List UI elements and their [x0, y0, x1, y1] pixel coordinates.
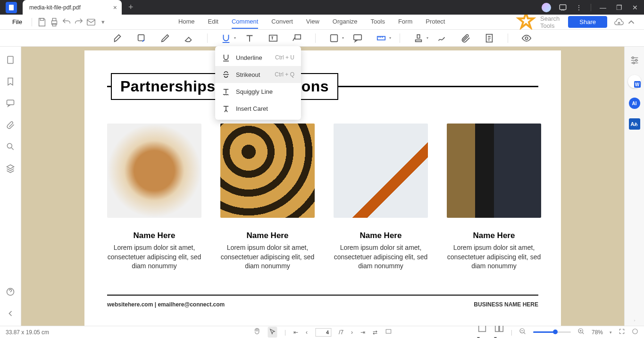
hide-comments-icon[interactable]: [521, 33, 532, 43]
svg-rect-3: [52, 18, 56, 21]
stamp-icon[interactable]: ▾: [413, 33, 424, 43]
shape-icon[interactable]: ▾: [329, 33, 339, 43]
card-image: [334, 124, 428, 218]
close-tab-icon[interactable]: ×: [113, 4, 117, 11]
print-icon[interactable]: [49, 17, 59, 27]
menu-protect[interactable]: Protect: [426, 15, 445, 29]
window-controls: ⋮ — ❐ ✕: [542, 3, 644, 12]
textbox-icon[interactable]: [268, 33, 278, 43]
underline-tool-icon[interactable]: ▾: [221, 33, 231, 43]
menu-comment[interactable]: Comment: [232, 15, 258, 29]
page-number-input[interactable]: [315, 328, 331, 337]
eraser-icon[interactable]: [184, 33, 194, 43]
quick-access-dropdown-icon[interactable]: ▾: [98, 17, 109, 27]
card-name: Name Here: [220, 231, 315, 240]
comment-bubble-icon[interactable]: [352, 33, 363, 43]
text-tool-icon[interactable]: [244, 33, 255, 43]
first-page-icon[interactable]: ⇤: [293, 329, 298, 336]
chat-icon[interactable]: [559, 3, 567, 12]
menu-tools[interactable]: Tools: [371, 15, 385, 29]
svg-point-19: [635, 59, 637, 61]
bookmarks-icon[interactable]: [6, 77, 15, 86]
signature-icon[interactable]: [437, 33, 447, 43]
attachment-icon[interactable]: [460, 33, 471, 43]
maximize-icon[interactable]: ❐: [615, 4, 623, 11]
dropdown-caret[interactable]: Insert Caret: [215, 100, 301, 117]
close-window-icon[interactable]: ✕: [631, 4, 639, 11]
card-image: [107, 124, 201, 218]
translate-icon[interactable]: Aあ: [629, 118, 640, 130]
menu-home[interactable]: Home: [178, 15, 195, 29]
document-viewport[interactable]: Partnerships/Collaborations Name Here Lo…: [21, 47, 624, 326]
menu-form[interactable]: Form: [398, 15, 412, 29]
word-export-icon[interactable]: [628, 75, 641, 88]
svg-rect-21: [386, 330, 391, 333]
menu-view[interactable]: View: [306, 15, 319, 29]
dropdown-strikeout[interactable]: Strikeout Ctrl + Q: [215, 66, 301, 83]
next-page-icon[interactable]: ›: [351, 329, 353, 336]
page-dimensions: 33.87 x 19.05 cm: [6, 329, 49, 336]
help-icon[interactable]: [6, 287, 15, 297]
pencil-icon[interactable]: [160, 33, 170, 43]
card-desc: Lorem ipsum dolor sit amet, consectetuer…: [447, 243, 541, 271]
menu-dots-icon[interactable]: ⋮: [575, 4, 583, 11]
new-tab-button[interactable]: +: [122, 2, 140, 12]
footer-right: BUSINESS NAME HERE: [474, 301, 538, 308]
ai-icon[interactable]: AI: [629, 98, 640, 109]
thumbnails-icon[interactable]: [6, 55, 15, 65]
collapse-left-icon[interactable]: [6, 309, 15, 318]
file-menu[interactable]: File: [8, 18, 27, 25]
search-placeholder: Search Tools: [540, 15, 560, 29]
prev-page-icon[interactable]: ‹: [306, 329, 308, 336]
card-image: [220, 124, 315, 218]
minimize-icon[interactable]: —: [599, 4, 607, 11]
svg-rect-9: [330, 34, 337, 41]
card-desc: Lorem ipsum dolor sit amet, consectetuer…: [334, 243, 428, 271]
fullscreen-icon[interactable]: [619, 328, 625, 336]
search-panel-icon[interactable]: [6, 142, 15, 151]
jump-icon[interactable]: ⇄: [373, 329, 377, 336]
save-icon[interactable]: [37, 17, 47, 27]
dropdown-label: Squiggly Line: [236, 88, 273, 95]
document-tab[interactable]: media-kit-file-pdf.pdf ×: [23, 0, 122, 15]
svg-rect-14: [8, 57, 13, 64]
callout-icon[interactable]: [292, 33, 302, 43]
mail-icon[interactable]: [86, 17, 96, 27]
partner-card: Name Here Lorem ipsum dolor sit amet, co…: [334, 124, 428, 271]
app-icon[interactable]: [0, 0, 23, 15]
measure-icon[interactable]: ▾: [376, 33, 386, 43]
menu-organize[interactable]: Organize: [333, 15, 358, 29]
dropdown-squiggly[interactable]: Squiggly Line: [215, 83, 301, 100]
undo-icon[interactable]: [61, 17, 72, 27]
highlight-icon[interactable]: [113, 33, 123, 43]
last-page-icon[interactable]: ⇥: [360, 329, 365, 336]
zoom-slider[interactable]: [533, 331, 571, 333]
svg-point-13: [525, 37, 528, 40]
share-button[interactable]: Share: [568, 16, 607, 28]
cloud-icon[interactable]: [614, 17, 624, 27]
user-avatar[interactable]: [542, 3, 551, 12]
dropdown-underline[interactable]: Underline Ctrl + U: [215, 49, 301, 66]
left-sidebar: [0, 47, 21, 326]
zoom-in-icon[interactable]: [577, 328, 585, 337]
dropdown-shortcut: Ctrl + Q: [275, 71, 294, 78]
layers-icon[interactable]: [6, 164, 15, 173]
pdf-page: Partnerships/Collaborations Name Here Lo…: [84, 50, 561, 326]
note-icon[interactable]: [136, 33, 147, 43]
zoom-value[interactable]: 78%: [592, 329, 603, 336]
menu-edit[interactable]: Edit: [208, 15, 218, 29]
select-tool-icon[interactable]: [268, 327, 277, 338]
read-mode-icon[interactable]: [632, 328, 638, 336]
properties-icon[interactable]: [629, 55, 640, 66]
hand-tool-icon[interactable]: [252, 328, 260, 337]
card-name: Name Here: [447, 231, 541, 240]
reading-mode-icon[interactable]: [385, 328, 392, 336]
redo-icon[interactable]: [74, 17, 84, 27]
menu-convert[interactable]: Convert: [271, 15, 293, 29]
attachments-panel-icon[interactable]: [6, 120, 15, 130]
notes-icon[interactable]: [484, 33, 494, 43]
comments-panel-icon[interactable]: [6, 99, 15, 108]
partner-card: Name Here Lorem ipsum dolor sit amet, co…: [220, 124, 315, 271]
zoom-out-icon[interactable]: [519, 328, 527, 337]
collapse-ribbon-icon[interactable]: [626, 17, 636, 27]
